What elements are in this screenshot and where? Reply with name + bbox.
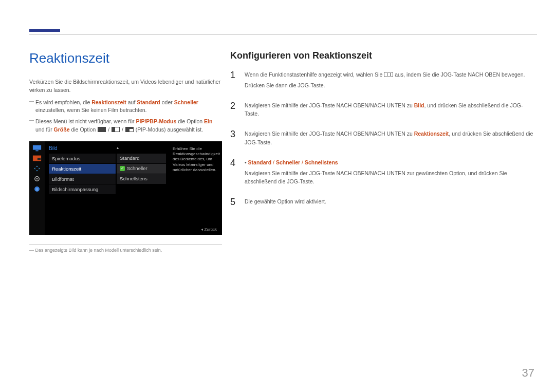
pip-icon-full [98,127,106,132]
step-body: Navigieren Sie mithilfe der JOG-Taste NA… [245,129,534,147]
svg-point-5 [36,178,38,179]
osd-sub-schnellstens: Schnellstens [117,174,166,184]
note-2-text: die Option [70,126,98,133]
option-sep: / [271,159,276,165]
osd-sub-label: Schneller [127,163,147,174]
pip-icon [32,155,42,162]
svg-rect-3 [38,158,41,160]
note-2: Dieses Menü ist nicht verfügbar, wenn fü… [29,118,222,134]
step-number: 2 [230,101,237,119]
footnote-rule [29,244,222,245]
note-1-text: auf [126,99,137,105]
note-2-hl: Größe [54,126,70,133]
note-2-text: und für [35,126,54,133]
monitor-icon [32,144,42,152]
svg-rect-1 [35,150,38,151]
step-text: Navigieren Sie mithilfe der JOG-Taste NA… [245,102,414,108]
step-highlight: Bild [414,102,424,108]
footnote-content: Das angezeigte Bild kann je nach Modell … [35,248,162,253]
step-number: 4 [230,158,237,186]
move-icon [32,165,42,172]
osd-icon-rail: i [29,141,45,235]
footnote-text: ― Das angezeigte Bild kann je nach Model… [29,248,222,253]
step-body: Die gewählte Option wird aktiviert. [245,197,326,207]
osd-sub-label: Standard [120,153,140,163]
option-sep: / [300,159,305,165]
option-schneller: Schneller [276,159,300,165]
step-number: 1 [230,70,237,90]
osd-item-bildformat: Bildformat [49,174,116,184]
section-title: Konfigurieren von Reaktionszeit [230,50,534,61]
osd-header: Bild [49,145,58,151]
svg-rect-0 [33,145,41,150]
osd-menu: Spielemodus Reaktionszeit Bildformat Bil… [49,154,116,195]
osd-screenshot: i Bild ▴ Spielemodus Reaktionszeit Bildf… [29,141,222,235]
header-accent-bar [29,29,60,32]
intro-paragraph: Verkürzen Sie die Bildschirmreaktionszei… [29,78,222,95]
step-body: Wenn die Funktionstastenhilfe angezeigt … [245,70,525,90]
osd-tip-text: Erhöhen Sie die Reaktionsgeschwindigkeit… [173,146,217,173]
note-2-hl: Ein [204,118,212,124]
option-schnellstens: Schnellstens [305,159,338,165]
osd-sub-standard: Standard [117,154,166,164]
osd-sub-schneller: ✓Schneller [117,164,166,174]
note-1-hl: Schneller [174,99,198,105]
note-1-text: Es wird empfohlen, die [35,99,91,105]
note-1-hl: Reaktionszeit [91,99,126,105]
note-2-text: Dieses Menü ist nicht verfügbar, wenn fü… [35,118,136,124]
osd-item-bildschirmanpassung: Bildschirmanpassung [49,184,116,195]
osd-back-label: Zurück [201,227,217,232]
note-1-text: einzustellen, wenn Sie keinen Film betra… [35,107,147,113]
right-column: Konfigurieren von Reaktionszeit 1 Wenn d… [230,50,534,218]
note-2-text: die Option [176,118,204,124]
osd-item-reaktionszeit: Reaktionszeit [49,164,116,174]
step-text: Wenn die Funktionstastenhilfe angezeigt … [245,71,384,78]
pip-icon-inset [125,127,134,132]
step-4: 4 • Standard / Schneller / Schnellstens … [230,158,534,186]
step-1: 1 Wenn die Funktionstastenhilfe angezeig… [230,70,534,90]
note-2-hl: PIP/PBP-Modus [136,118,177,124]
check-icon: ✓ [120,166,125,171]
osd-sub-label: Schnellstens [120,174,147,184]
step-text: aus, indem Sie die JOG-Taste NACH OBEN b… [393,71,525,78]
note-2-text: (PIP-Modus) ausgewählt ist. [136,126,203,133]
note-1: Es wird empfohlen, die Reaktionszeit auf… [29,99,222,115]
step-5: 5 Die gewählte Option wird aktiviert. [230,197,534,207]
left-column: Reaktionszeit Verkürzen Sie die Bildschi… [29,50,222,253]
page-title: Reaktionszeit [29,50,222,66]
step-body: • Standard / Schneller / Schnellstens Na… [245,158,534,186]
osd-item-spielemodus: Spielemodus [49,154,116,164]
step-text: Navigieren Sie mithilfe der JOG-Taste NA… [245,170,507,185]
info-icon: i [32,185,42,193]
osd-scroll-up-icon: ▴ [117,145,119,150]
pip-icon-half [112,127,120,132]
note-1-text: oder [160,99,174,105]
step-highlight: Reaktionszeit [414,130,449,137]
step-3: 3 Navigieren Sie mithilfe der JOG-Taste … [230,129,534,147]
step-2: 2 Navigieren Sie mithilfe der JOG-Taste … [230,101,534,119]
note-1-hl: Standard [137,99,160,105]
gear-icon [32,175,42,182]
page-number: 37 [522,366,534,380]
step-text: Drücken Sie dann die JOG-Taste. [245,81,525,90]
osd-submenu: Standard ✓Schneller Schnellstens [117,154,166,184]
step-number: 5 [230,197,237,207]
step-body: Navigieren Sie mithilfe der JOG-Taste NA… [245,101,534,119]
step-number: 3 [230,129,237,147]
option-standard: Standard [248,159,272,165]
step-text: Navigieren Sie mithilfe der JOG-Taste NA… [245,130,414,137]
menu-icon [384,72,393,77]
header-rule [29,34,537,35]
